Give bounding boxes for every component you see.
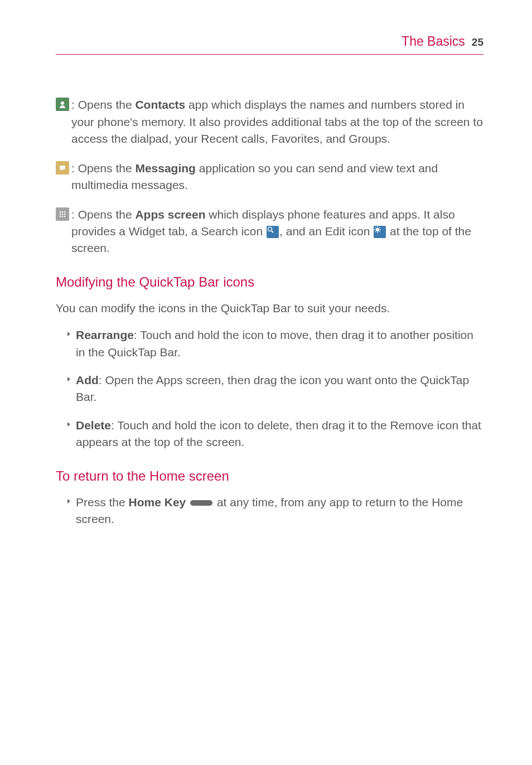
svg-point-0 (61, 101, 64, 105)
apps-text: : Opens the Apps screen which displays p… (71, 206, 483, 257)
messaging-text: : Opens the Messaging application so you… (71, 160, 483, 194)
contacts-item: : Opens the Contacts app which displays … (56, 96, 483, 147)
section-heading-return: To return to the Home screen (56, 467, 483, 486)
messaging-icon (56, 161, 69, 175)
svg-line-12 (272, 231, 273, 233)
apps-icon (56, 207, 69, 221)
svg-point-6 (62, 213, 64, 215)
bullet-home: Press the Home Key at any time, from any… (67, 494, 483, 528)
bullet-marker-icon (67, 331, 71, 361)
svg-point-3 (62, 211, 64, 212)
bullet-marker-icon (67, 422, 71, 451)
page-number: 25 (472, 35, 483, 50)
bullet-marker-icon (67, 376, 71, 406)
contacts-text: : Opens the Contacts app which displays … (71, 96, 483, 147)
bullet-marker-icon (67, 498, 71, 528)
svg-line-21 (379, 227, 380, 229)
svg-point-4 (64, 211, 66, 212)
svg-line-19 (379, 231, 380, 233)
svg-point-10 (64, 215, 66, 217)
header-title: The Basics (402, 32, 465, 51)
svg-point-11 (268, 227, 272, 231)
svg-point-8 (60, 215, 61, 217)
messaging-item: : Opens the Messaging application so you… (56, 160, 483, 194)
svg-line-18 (375, 227, 376, 229)
contacts-icon (56, 98, 69, 111)
bullet-delete: Delete: Touch and hold the icon to delet… (67, 417, 483, 451)
section-heading-modifying: Modifying the QuickTap Bar icons (56, 273, 483, 292)
bullet-rearrange: Rearrange: Touch and hold the icon to mo… (67, 327, 483, 361)
page-header: The Basics 25 (56, 32, 483, 55)
svg-point-2 (60, 211, 61, 212)
search-icon (267, 226, 279, 238)
home-key-icon (190, 500, 212, 506)
svg-point-5 (60, 213, 61, 215)
bullet-add: Add: Open the Apps screen, then drag the… (67, 372, 483, 406)
apps-item: : Opens the Apps screen which displays p… (56, 206, 483, 257)
svg-line-20 (375, 231, 376, 233)
edit-icon (374, 226, 386, 238)
svg-point-7 (64, 213, 66, 215)
svg-rect-1 (60, 166, 65, 170)
section1-intro: You can modify the icons in the QuickTap… (56, 300, 483, 317)
svg-point-13 (376, 228, 379, 231)
svg-point-9 (62, 215, 64, 217)
